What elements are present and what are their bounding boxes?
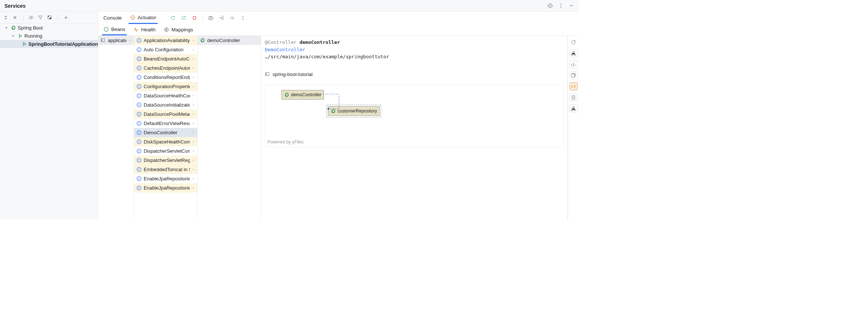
refresh-button[interactable] [570, 38, 578, 46]
beans-list-column[interactable]: ApplicationAvailabilityAutAuto Configura… [134, 36, 198, 219]
more-icon[interactable] [558, 3, 564, 8]
filter-icon[interactable] [38, 15, 43, 20]
bean-name: EnableJpaRepositoriesCo [144, 176, 190, 181]
chevron-right-icon [192, 84, 195, 89]
bean-name: demoController [300, 39, 340, 45]
chevron-down-icon [4, 25, 9, 31]
tab-label: Health [141, 27, 156, 32]
bean-name: DiskSpaceHealthContribu [144, 139, 190, 145]
bean-list-item[interactable]: DataSourcePoolMetadata [134, 110, 197, 119]
bean-name: BeansEndpointAutoConfi [144, 56, 190, 62]
open-new-icon[interactable] [47, 15, 52, 20]
bean-list-item[interactable]: ConfigurationPropertiesR [134, 82, 197, 91]
code-button[interactable] [570, 82, 578, 90]
dependency-diagram[interactable]: demoController customerRepository Powere… [265, 84, 564, 147]
show-icon[interactable] [28, 15, 34, 20]
right-panel: Console Actuator Beans Health [98, 12, 579, 219]
minimize-icon[interactable] [569, 3, 574, 8]
class-icon [136, 167, 142, 172]
tab-beans[interactable]: Beans [102, 24, 127, 35]
chevron-right-icon [192, 56, 195, 62]
tree-node-running[interactable]: Running [0, 32, 98, 40]
bean-list-item[interactable]: DefaultErrorViewResolver [134, 119, 197, 128]
bean-list-item[interactable]: DispatcherServletRegistra [134, 156, 197, 165]
class-icon [136, 121, 142, 126]
expand-collapse-icon[interactable] [3, 15, 8, 20]
application-header[interactable]: application [98, 36, 134, 45]
bean-name: DataSourcePoolMetadata [144, 111, 190, 117]
diagram-node-repository[interactable]: customerRepository [328, 106, 380, 116]
bean-instance-column: demoController [198, 36, 261, 219]
left-toolbar [0, 12, 98, 24]
tab-label: Mappings [171, 27, 193, 32]
bean-name: ConditionsReportEndpoin [144, 75, 190, 80]
module-name: spring-boot-tutorial [273, 71, 312, 78]
bean-name: DispatcherServletConfigu [144, 148, 190, 154]
sub-tab-row: Beans Health Mappings [98, 24, 579, 36]
top-tab-row: Console Actuator [98, 12, 579, 24]
bean-list-item[interactable]: DataSourceHealthContrib [134, 91, 197, 100]
diagram-node-controller[interactable]: demoController [281, 90, 324, 100]
tab-health[interactable]: Health [132, 24, 157, 35]
add-icon[interactable] [63, 15, 69, 20]
tree-nav-button[interactable] [570, 49, 578, 57]
bean-list-item[interactable]: ConditionsReportEndpoin [134, 73, 197, 82]
camera-icon[interactable] [208, 15, 213, 21]
chevron-right-icon [192, 38, 195, 43]
app-header-label: application [108, 38, 126, 43]
globe-icon [164, 27, 169, 32]
target-icon[interactable] [547, 3, 553, 8]
bean-name: ConfigurationPropertiesR [144, 84, 190, 89]
close-icon[interactable] [12, 15, 18, 20]
chevron-right-icon [128, 38, 131, 43]
stop-icon[interactable] [192, 15, 197, 21]
bean-list-item[interactable]: DemoController [134, 128, 197, 137]
class-icon [136, 102, 142, 108]
bean-detail-pane: @Controller demoController DemoControlle… [261, 36, 567, 150]
bean-list-item[interactable]: Auto Configuration [134, 45, 197, 54]
tab-mappings[interactable]: Mappings [162, 24, 195, 35]
bean-name: Auto Configuration [144, 47, 190, 52]
chevron-right-icon [192, 185, 195, 191]
bean-name: EnableJpaRepositoriesCo [144, 185, 190, 191]
bean-list-item[interactable]: ApplicationAvailabilityAut [134, 36, 197, 45]
bean-list-item[interactable]: DataSourceInitializationC [134, 100, 197, 110]
tab-console[interactable]: Console [102, 12, 123, 24]
play-icon [21, 41, 27, 47]
chevron-right-icon [192, 157, 195, 163]
tree-nav2-button[interactable] [570, 104, 578, 112]
bean-list-item[interactable]: BeansEndpointAutoConfi [134, 54, 197, 63]
class-icon [136, 139, 142, 145]
panel-title: Services [4, 3, 26, 9]
bean-list-item[interactable]: EmbeddedTomcat in Serv [134, 165, 197, 174]
copy-button[interactable] [570, 71, 578, 79]
bean-list-item[interactable]: EnableJpaRepositoriesCo [134, 174, 197, 183]
tab-actuator[interactable]: Actuator [129, 12, 158, 24]
bean-list-item[interactable]: EnableJpaRepositoriesCo [134, 183, 197, 193]
chevron-right-icon [192, 47, 195, 52]
chart-button[interactable] [570, 60, 578, 68]
class-icon [136, 65, 142, 71]
chevron-right-icon [192, 130, 195, 135]
bean-list-item[interactable]: DispatcherServletConfigu [134, 146, 197, 156]
bean-instance-row[interactable]: demoController [198, 36, 261, 45]
detail-column: @Controller demoController DemoControlle… [261, 36, 568, 219]
gauge-icon[interactable] [229, 15, 235, 21]
services-tree[interactable]: Spring Boot Running SpringBootTutorialAp… [0, 24, 98, 219]
doc-button[interactable] [570, 93, 578, 101]
bean-name: EmbeddedTomcat in Serv [144, 167, 190, 172]
rerun-alt-icon[interactable] [181, 15, 187, 21]
application-column: application [98, 36, 134, 219]
bean-list-item[interactable]: DiskSpaceHealthContribu [134, 137, 197, 146]
rerun-icon[interactable] [170, 15, 176, 21]
class-icon [136, 148, 142, 154]
exit-icon[interactable] [219, 15, 224, 21]
tree-node-app[interactable]: SpringBootTutorialApplication :80 [0, 40, 98, 48]
tree-node-spring-boot[interactable]: Spring Boot [0, 24, 98, 32]
bean-class-link[interactable]: DemoController [265, 47, 305, 52]
class-icon [136, 111, 142, 117]
bean-list-item[interactable]: CachesEndpointAutoCon [134, 63, 197, 73]
more-icon[interactable] [240, 15, 246, 21]
chevron-right-icon [192, 65, 195, 71]
class-icon [136, 157, 142, 163]
